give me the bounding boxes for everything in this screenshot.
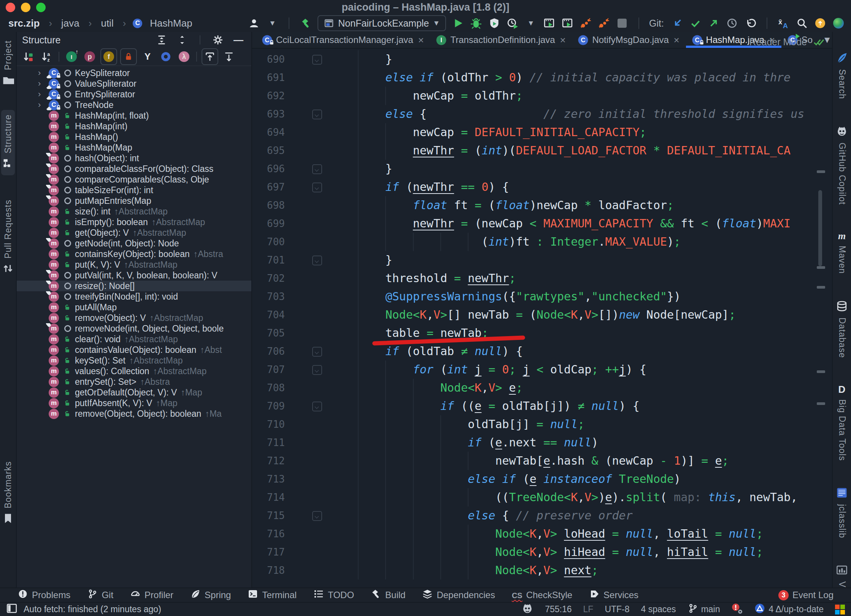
autoscroll-from-source-icon[interactable] — [221, 49, 237, 64]
code-text[interactable]: Node<K,V> hiHead = null, hiTail = null; — [330, 543, 832, 561]
line-number[interactable]: 715 — [252, 510, 285, 521]
profiler-icon[interactable] — [506, 17, 519, 30]
toggle-panels-icon[interactable] — [6, 603, 17, 616]
gutter[interactable] — [285, 470, 330, 488]
editor-tab[interactable]: ITransactionDefinition.java✕ — [430, 32, 572, 48]
run-icon[interactable] — [451, 17, 464, 30]
code-line[interactable]: 700 (int)ft : Integer.MAX_VALUE); — [252, 233, 832, 251]
gutter[interactable] — [285, 342, 330, 360]
run-ide-icon[interactable] — [561, 17, 574, 30]
code-text[interactable]: if (oldTab ≠ null) { — [330, 342, 832, 360]
structure-item[interactable]: mresize(): Node[] — [17, 281, 251, 291]
code-line[interactable]: 695 newThr = (int)(DEFAULT_LOAD_FACTOR *… — [252, 141, 832, 160]
fold-marker-icon[interactable] — [312, 347, 322, 357]
show-inherited-icon[interactable]: ı↑ — [64, 49, 79, 64]
code-line[interactable]: 718 Node<K,V> next; — [252, 561, 832, 579]
tool-stripe-item-project[interactable]: Project — [1, 36, 15, 92]
structure-item[interactable]: misEmpty(): boolean↑AbstractMap — [17, 217, 251, 227]
autoscroll-to-source-icon[interactable] — [202, 48, 218, 65]
fold-marker-icon[interactable] — [312, 511, 322, 521]
structure-item[interactable]: mentrySet(): Set>↑Abstra — [17, 376, 251, 387]
sync-status-widget[interactable]: 4 Δ/up-to-date — [754, 603, 824, 616]
line-number[interactable]: 691 — [252, 72, 285, 83]
show-non-public-icon[interactable] — [120, 48, 137, 65]
gutter[interactable] — [285, 324, 330, 342]
fold-marker-icon[interactable] — [312, 183, 322, 192]
line-number[interactable]: 693 — [252, 108, 285, 120]
structure-item[interactable]: ›CTreeNode — [17, 100, 251, 110]
fold-marker-icon[interactable] — [312, 365, 322, 375]
reader-mode-label[interactable]: Reader Mode — [749, 37, 807, 48]
event-log-button[interactable]: 3Event Log — [778, 590, 834, 600]
chevron-down-icon[interactable]: ▼ — [524, 17, 537, 30]
line-number[interactable]: 692 — [252, 90, 285, 102]
line-number[interactable]: 711 — [252, 437, 285, 448]
gutter[interactable] — [285, 214, 330, 233]
line-number[interactable]: 704 — [252, 309, 285, 321]
code-text[interactable]: newThr = (int)(DEFAULT_LOAD_FACTOR * DEF… — [330, 141, 832, 160]
debug-icon[interactable] — [470, 17, 483, 30]
code-line[interactable]: 715 else { // preserve order — [252, 506, 832, 525]
gutter[interactable] — [285, 87, 330, 105]
code-line[interactable]: 710 oldTab[j] = null; — [252, 415, 832, 433]
gutter[interactable] — [285, 269, 330, 287]
file-encoding[interactable]: UTF-8 — [605, 604, 629, 614]
code-text[interactable]: Node<K,V> loHead = null, loTail = null; — [330, 525, 832, 543]
tool-window-button-terminal[interactable]: Terminal — [248, 589, 297, 602]
line-number[interactable]: 700 — [252, 236, 285, 248]
code-text[interactable]: else if (oldThr > 0) // initial capacity… — [330, 68, 832, 87]
code-text[interactable]: Node<K,V> next; — [330, 561, 832, 579]
structure-item[interactable]: mkeySet(): Set↑AbstractMap — [17, 355, 251, 366]
editor-scrollbar[interactable] — [818, 190, 822, 266]
fold-marker-icon[interactable] — [312, 164, 322, 174]
code-text[interactable]: table = newTab; — [330, 324, 832, 342]
code-text[interactable]: if (e.next == null) — [330, 433, 832, 452]
code-line[interactable]: 699 newThr = (newCap < MAXIMUM_CAPACITY … — [252, 214, 832, 233]
inspections-ok-icon[interactable] — [812, 37, 825, 49]
code-line[interactable]: 714 ((TreeNode<K,V>)e).split( map: this,… — [252, 488, 832, 506]
line-number[interactable]: 706 — [252, 346, 285, 357]
code-text[interactable]: if (newThr == 0) { — [330, 178, 832, 196]
breadcrumb-item[interactable]: src.zip — [8, 17, 40, 29]
gutter[interactable] — [285, 525, 330, 543]
stop-icon[interactable] — [616, 17, 629, 30]
tool-stripe-item-structure[interactable]: Structure — [1, 110, 15, 175]
hide-icon[interactable]: — — [231, 32, 246, 48]
show-objects-icon[interactable] — [158, 49, 173, 64]
structure-item[interactable]: ›CValueSpliterator — [17, 78, 251, 89]
gutter[interactable] — [285, 233, 330, 251]
code-line[interactable]: 697 if (newThr == 0) { — [252, 178, 832, 196]
close-icon[interactable]: ✕ — [559, 35, 566, 45]
line-number[interactable]: 710 — [252, 419, 285, 430]
close-icon[interactable]: ✕ — [673, 35, 680, 45]
breadcrumb[interactable]: src.zip›java›util›CHashMap — [6, 17, 195, 29]
breadcrumb-item[interactable]: HashMap — [150, 17, 192, 29]
sort-alphabetically-icon[interactable]: az — [39, 49, 54, 64]
structure-item[interactable]: mvalues(): Collection↑AbstractMap — [17, 366, 251, 376]
translate-icon[interactable]: x̄A — [777, 17, 790, 30]
tool-stripe-item-big-data-tools[interactable]: DBig Data Tools — [836, 379, 848, 465]
structure-item[interactable]: mget(Object): V↑AbstractMap — [17, 227, 251, 238]
structure-item[interactable]: mput(K, V): V↑AbstractMap — [17, 259, 251, 270]
hammer-icon[interactable] — [299, 17, 312, 30]
line-number[interactable]: 718 — [252, 565, 285, 576]
group-by-icon[interactable]: Y — [140, 49, 155, 64]
code-text[interactable]: newCap = oldThr; — [330, 87, 832, 105]
gutter[interactable] — [285, 415, 330, 433]
line-number[interactable]: 714 — [252, 492, 285, 503]
tool-window-button-build[interactable]: Build — [371, 589, 405, 602]
code-line[interactable]: 701 } — [252, 251, 832, 269]
code-text[interactable]: for (int j = 0; j < oldCap; ++j) { — [330, 360, 832, 379]
code-line[interactable]: 703 @SuppressWarnings({"rawtypes","unche… — [252, 287, 832, 306]
ant-icon[interactable] — [597, 17, 610, 30]
code-text[interactable]: else { // zero initial threshold signifi… — [330, 105, 832, 123]
code-line[interactable]: 709 if ((e = oldTab[j]) ≠ null) { — [252, 397, 832, 415]
tool-stripe-item-bookmarks[interactable]: Bookmarks — [1, 457, 15, 530]
structure-item[interactable]: mhash(Object): int — [17, 153, 251, 164]
structure-item[interactable]: msize(): int↑AbstractMap — [17, 206, 251, 217]
code-line[interactable]: 716 Node<K,V> loHead = null, loTail = nu… — [252, 525, 832, 543]
tool-stripe-item-database[interactable]: Database — [835, 295, 849, 362]
structure-item[interactable]: mputVal(int, K, V, boolean, boolean): V — [17, 270, 251, 281]
tool-stripe-item-maven[interactable]: mMaven — [836, 226, 848, 278]
gutter[interactable] — [285, 543, 330, 561]
